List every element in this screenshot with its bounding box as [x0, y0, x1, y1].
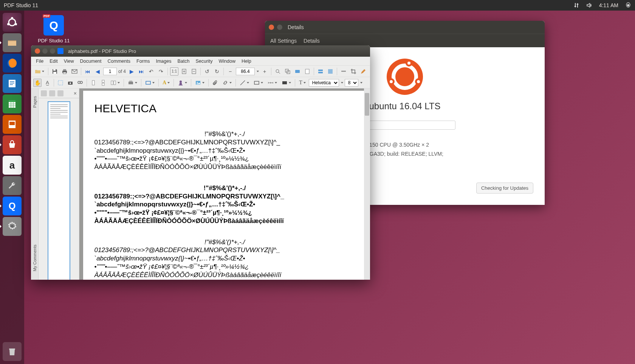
launcher-tools[interactable] — [3, 176, 22, 195]
menu-help[interactable]: Help — [239, 58, 254, 65]
link-button[interactable] — [221, 79, 233, 87]
first-page-button[interactable]: ⏮ — [84, 67, 92, 76]
launcher-writer[interactable] — [3, 74, 22, 93]
image-button[interactable] — [194, 79, 206, 87]
snapshot-button[interactable] — [66, 79, 74, 87]
thumb-tool-1[interactable] — [41, 90, 47, 96]
scan-button[interactable] — [293, 67, 302, 76]
comments-tab[interactable]: My Comments — [32, 240, 38, 276]
loupe-button[interactable] — [274, 67, 282, 76]
panel-clock[interactable]: 4:11 AM — [599, 2, 618, 8]
prev-view-button[interactable]: ↶ — [147, 67, 155, 76]
maximize-button[interactable] — [50, 48, 55, 54]
single-page-button[interactable] — [89, 79, 98, 87]
text-select-button[interactable]: A̲ — [43, 79, 51, 87]
flatten-button[interactable] — [339, 67, 348, 76]
document-view[interactable]: HELVETICA !"#$%&'()*+,-./ 0123456789:;<=… — [79, 88, 370, 280]
rotate-cw-button[interactable]: ↻ — [213, 67, 221, 76]
zoom-dropdown[interactable] — [257, 71, 259, 72]
menu-forms[interactable]: Forms — [134, 58, 152, 65]
nav-all-settings[interactable]: All Settings — [270, 38, 297, 44]
menu-comments[interactable]: Comments — [105, 58, 133, 65]
save-button[interactable] — [51, 67, 59, 76]
font-size-select[interactable]: 8 — [345, 79, 358, 87]
launcher-software[interactable] — [3, 135, 22, 154]
print-button[interactable] — [60, 67, 69, 76]
menu-batch[interactable]: Batch — [175, 58, 192, 65]
launcher-pdfstudio[interactable]: Q — [3, 197, 22, 215]
vertical-scrollbar[interactable] — [364, 88, 370, 280]
nav-details[interactable]: Details — [304, 38, 320, 44]
thumb-tool-2[interactable] — [49, 90, 55, 96]
redact-button[interactable] — [280, 79, 293, 87]
zoom-in-button[interactable]: + — [260, 67, 269, 76]
stamp-button[interactable] — [176, 79, 189, 87]
gear-icon[interactable] — [625, 2, 631, 8]
rect-tool-button[interactable] — [252, 79, 265, 87]
menu-view[interactable]: View — [61, 58, 77, 65]
prev-page-button[interactable]: ◀ — [93, 67, 102, 76]
thumbnail-page-1[interactable]: 1 — [48, 101, 70, 280]
pdf-titlebar[interactable]: alphabets.pdf - PDF Studio Pro — [31, 45, 370, 57]
svg-point-4 — [7, 23, 9, 25]
find-button[interactable] — [76, 79, 84, 87]
zoom-input[interactable] — [236, 68, 255, 75]
next-page-button[interactable]: ▶ — [127, 67, 136, 76]
measure-button[interactable] — [266, 79, 279, 87]
details-titlebar[interactable]: Details — [265, 21, 545, 34]
launcher-impress[interactable] — [3, 115, 22, 134]
form-field-button[interactable] — [316, 67, 325, 76]
scrollbar-thumb[interactable] — [365, 93, 369, 116]
menu-file[interactable]: File — [33, 58, 46, 65]
facing-button[interactable] — [109, 79, 121, 87]
text-tool-button[interactable]: T — [297, 79, 307, 87]
launcher-trash[interactable] — [3, 342, 22, 361]
print-properties-button[interactable] — [126, 79, 139, 87]
desktop-icon-pdfstudio[interactable]: Q PDF Studio 11 — [38, 15, 70, 43]
launcher-calc[interactable] — [3, 94, 22, 113]
continuous-button[interactable] — [99, 79, 107, 87]
pages-tab[interactable]: Pages — [32, 91, 38, 112]
next-view-button[interactable]: ↷ — [157, 67, 165, 76]
launcher-amazon[interactable]: a — [3, 156, 22, 175]
launcher-firefox[interactable] — [3, 54, 22, 73]
launcher-files[interactable] — [3, 33, 22, 52]
crop-button[interactable] — [349, 67, 358, 76]
actual-size-button[interactable]: 1:1 — [170, 67, 178, 76]
hand-tool-button[interactable]: ✋ — [33, 79, 42, 87]
form-highlight-button[interactable] — [326, 67, 335, 76]
check-updates-button[interactable]: Checking for Updates — [476, 183, 533, 194]
rotate-ccw-button[interactable]: ↺ — [203, 67, 211, 76]
close-panel-button[interactable]: × — [74, 90, 77, 96]
thumb-tool-3[interactable] — [57, 90, 64, 96]
zoom-out-button[interactable]: − — [226, 67, 234, 76]
fit-page-button[interactable] — [180, 67, 188, 76]
shape-rect-button[interactable] — [144, 79, 156, 87]
fit-width-button[interactable] — [190, 67, 198, 76]
select-object-button[interactable] — [56, 79, 65, 87]
last-page-button[interactable]: ⏭ — [137, 67, 146, 76]
minimize-button[interactable] — [42, 48, 48, 54]
pan-zoom-button[interactable] — [283, 67, 292, 76]
close-button[interactable] — [35, 48, 40, 54]
menu-document[interactable]: Document — [77, 58, 104, 65]
line-tool-button[interactable] — [238, 79, 251, 87]
menu-images[interactable]: Images — [153, 58, 174, 65]
volume-icon[interactable] — [586, 2, 592, 8]
launcher-settings[interactable] — [3, 217, 22, 236]
attach-button[interactable] — [211, 79, 219, 87]
font-select[interactable]: Helvetica — [309, 79, 339, 87]
menu-edit[interactable]: Edit — [47, 58, 60, 65]
close-button[interactable] — [269, 25, 274, 30]
launcher-dash[interactable] — [3, 13, 22, 32]
minimize-button[interactable] — [277, 25, 282, 30]
open-button[interactable] — [33, 67, 46, 76]
email-button[interactable] — [70, 67, 79, 76]
edit-content-button[interactable] — [359, 67, 367, 76]
menu-security[interactable]: Security — [193, 58, 215, 65]
network-icon[interactable] — [573, 2, 579, 8]
menu-window[interactable]: Window — [216, 58, 238, 65]
new-doc-button[interactable] — [303, 67, 311, 76]
text-comment-button[interactable]: A — [161, 79, 171, 87]
page-number-input[interactable] — [103, 68, 117, 75]
